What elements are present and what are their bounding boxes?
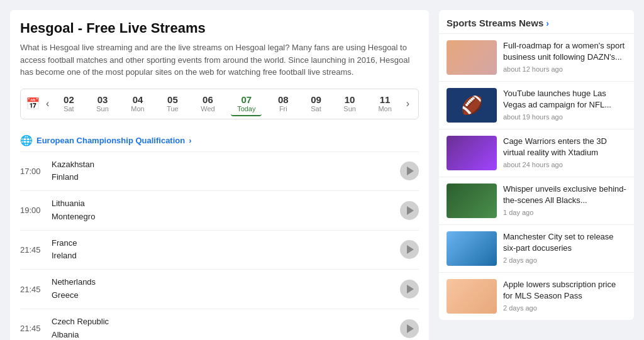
date-item-d10[interactable]: 10Sun [337, 92, 362, 116]
news-list: Full-roadmap for a women's sport busines… [439, 34, 634, 320]
news-card-title: Sports Streams News › [439, 10, 634, 34]
news-headline: Apple lowers subscription price for MLS … [503, 279, 626, 302]
news-headline: Manchester City set to release six-part … [503, 231, 626, 254]
day-name: Sun [343, 105, 356, 112]
day-name: Sat [64, 105, 74, 112]
match-time: 19:00 [20, 206, 52, 215]
news-content: Full-roadmap for a women's sport busines… [503, 40, 626, 75]
play-button[interactable] [400, 319, 419, 338]
league-link[interactable]: European Championship Qualification [36, 136, 185, 145]
day-name: Mon [131, 105, 144, 112]
news-time: 2 days ago [503, 304, 626, 312]
day-name: Fri [279, 105, 287, 112]
date-items-list: 02Sat03Sun04Mon05Tue06Wed07Today08Fri09S… [53, 92, 402, 116]
date-item-d08[interactable]: 08Fri [272, 92, 295, 116]
play-icon [407, 324, 414, 333]
match-away-team: Albania [52, 329, 400, 340]
match-away-team: Ireland [52, 250, 400, 263]
match-home-team: France [52, 237, 400, 250]
league-arrow-icon: › [189, 136, 191, 145]
prev-date-button[interactable]: ‹ [42, 96, 53, 112]
news-thumbnail [447, 184, 497, 218]
next-date-button[interactable]: › [402, 96, 413, 112]
news-item[interactable]: Apple lowers subscription price for MLS … [439, 273, 634, 320]
news-title-text: Sports Streams News [447, 18, 543, 28]
date-item-d07[interactable]: 07Today [231, 92, 262, 116]
day-number: 09 [311, 94, 321, 105]
match-teams: Czech Republic Albania [52, 315, 400, 340]
play-button[interactable] [400, 280, 419, 299]
date-item-d11[interactable]: 11Mon [372, 92, 397, 116]
news-item[interactable]: Manchester City set to release six-part … [439, 225, 634, 273]
match-home-team: Netherlands [52, 276, 400, 289]
day-number: 11 [380, 94, 391, 105]
league-header: 🌐 European Championship Qualification › [20, 129, 419, 151]
day-name: Tue [167, 105, 179, 112]
match-home-team: Czech Republic [52, 315, 400, 329]
day-name: Wed [201, 105, 214, 112]
news-title-arrow[interactable]: › [546, 18, 549, 28]
match-away-team: Montenegro [52, 211, 400, 224]
news-content: Manchester City set to release six-part … [503, 231, 626, 266]
day-name: Sat [311, 105, 321, 112]
match-teams: Lithuania Montenegro [52, 197, 400, 224]
news-item[interactable]: Whisper unveils exclusive behind-the-sce… [439, 177, 634, 225]
match-away-team: Finland [52, 171, 400, 184]
play-icon [407, 206, 414, 215]
sidebar: Sports Streams News › Full-roadmap for a… [439, 10, 634, 340]
play-button[interactable] [400, 201, 419, 220]
page-title: Hesgoal - Free Live Streams [20, 20, 419, 36]
match-row: 21:45 Netherlands Greece [20, 269, 419, 309]
news-thumbnail [447, 136, 497, 170]
play-icon [407, 245, 414, 254]
play-icon [407, 167, 414, 175]
date-item-d04[interactable]: 04Mon [125, 92, 150, 116]
news-content: YouTube launches huge Las Vegas ad campa… [503, 88, 626, 123]
news-headline: Full-roadmap for a women's sport busines… [503, 40, 626, 63]
match-teams: Kazakhstan Finland [52, 158, 400, 185]
date-item-d06[interactable]: 06Wed [194, 92, 221, 116]
page-description: What is Hesgoal live streaming and are t… [20, 41, 419, 79]
day-name: Mon [378, 105, 391, 112]
day-number: 02 [64, 94, 74, 105]
day-number: 07 [241, 94, 252, 105]
day-number: 08 [278, 94, 289, 105]
match-row: 21:45 Czech Republic Albania [20, 309, 419, 340]
date-item-d03[interactable]: 03Sun [90, 92, 115, 116]
news-content: Apple lowers subscription price for MLS … [503, 279, 626, 314]
news-item[interactable]: 🏈 YouTube launches huge Las Vegas ad cam… [439, 82, 634, 129]
matches-list: 17:00 Kazakhstan Finland 19:00 Lithuania… [20, 151, 419, 341]
match-time: 21:45 [20, 285, 52, 294]
date-item-d02[interactable]: 02Sat [57, 92, 80, 116]
day-name: Sun [96, 105, 109, 112]
match-away-team: Greece [52, 289, 400, 302]
news-thumbnail [447, 40, 497, 75]
news-item[interactable]: Cage Warriors enters the 3D virtual real… [439, 129, 634, 177]
news-content: Cage Warriors enters the 3D virtual real… [503, 136, 626, 170]
day-name: Today [237, 105, 255, 112]
match-time: 21:45 [20, 245, 52, 255]
news-headline: Whisper unveils exclusive behind-the-sce… [503, 184, 626, 206]
match-teams: France Ireland [52, 237, 400, 263]
date-item-d05[interactable]: 05Tue [160, 92, 185, 116]
news-item[interactable]: Full-roadmap for a women's sport busines… [439, 34, 634, 82]
match-time: 17:00 [20, 167, 52, 176]
day-number: 10 [345, 94, 355, 105]
news-time: 2 days ago [503, 256, 626, 264]
match-row: 21:45 France Ireland [20, 230, 419, 270]
play-button[interactable] [400, 162, 419, 180]
day-number: 06 [203, 94, 213, 105]
globe-icon: 🌐 [20, 134, 33, 146]
match-home-team: Kazakhstan [52, 158, 400, 172]
news-thumbnail: 🏈 [447, 88, 497, 123]
day-number: 04 [133, 94, 143, 105]
match-home-team: Lithuania [52, 197, 400, 211]
date-item-d09[interactable]: 09Sat [304, 92, 328, 116]
calendar-icon: 📅 [26, 97, 40, 111]
news-thumbnail [447, 231, 497, 266]
match-teams: Netherlands Greece [52, 276, 400, 302]
news-thumbnail [447, 279, 497, 314]
date-navigator: 📅 ‹ 02Sat03Sun04Mon05Tue06Wed07Today08Fr… [20, 89, 419, 119]
play-button[interactable] [400, 240, 419, 259]
play-icon [407, 285, 414, 293]
